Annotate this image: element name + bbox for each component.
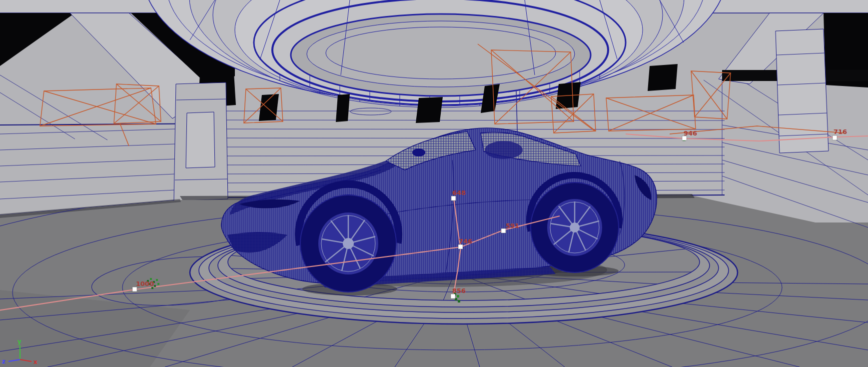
trail-key-1000[interactable] [132,287,137,292]
motion-trail-frame-label: 746 [459,238,472,245]
trail-key-591[interactable] [501,228,506,233]
viewport-3d[interactable]: 1000 648 746 591 856 946 716 y z x persp [0,0,868,367]
car-mirror [412,148,425,156]
axis-y-label: y [17,338,21,345]
trail-key-746[interactable] [458,244,463,249]
car-headrest [485,141,523,159]
car-rear-wheel [531,182,619,272]
trail-key-856[interactable] [451,294,455,298]
car-front-wheel [300,195,396,292]
axis-z-label: z [2,358,5,365]
motion-trail-frame-label: 716 [834,128,847,136]
motion-trail-frame-label: 946 [684,130,697,137]
camera-name-label: persp [421,364,439,367]
axis-x-label: x [33,358,37,366]
wall-column [174,82,228,201]
motion-trail-frame-label: 856 [452,287,466,294]
trail-key-648[interactable] [451,196,456,200]
scene-canvas: 1000 648 746 591 856 946 716 y z x persp [0,0,868,367]
motion-trail-frame-label: 1000 [136,280,154,288]
motion-trail-frame-label: 591 [506,222,519,230]
motion-trail-frame-label: 648 [452,189,466,196]
trail-key-716[interactable] [833,136,837,140]
